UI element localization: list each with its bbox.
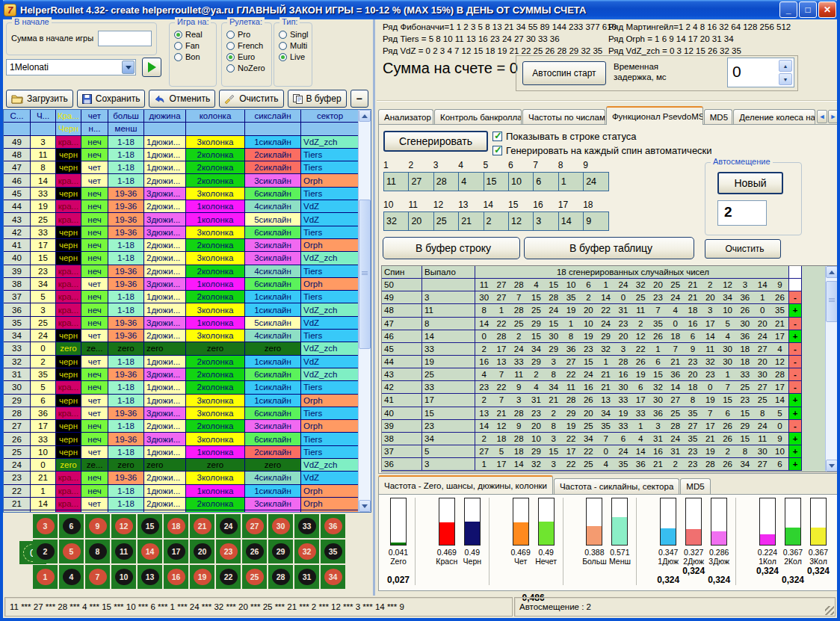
history-cell[interactable]: 44: [4, 200, 31, 213]
roulette-cell-8[interactable]: 8: [85, 540, 110, 563]
history-cell[interactable]: 34: [4, 330, 31, 342]
history-cell[interactable]: 2колонка: [186, 356, 245, 368]
scroll-down-icon[interactable]: [826, 460, 838, 472]
history-cell[interactable]: 3колонка: [186, 188, 245, 200]
spin-header-cell[interactable]: Спин: [382, 266, 422, 279]
spin-cell-result[interactable]: 17: [422, 394, 475, 407]
history-header-cell[interactable]: больш: [108, 110, 144, 123]
history-header-cell[interactable]: колонка: [186, 110, 245, 123]
generated-value-cell[interactable]: 12: [509, 212, 534, 231]
history-cell[interactable]: 1-18: [108, 252, 144, 265]
tab-scroll-right-icon[interactable]: ►: [828, 110, 839, 123]
spin-cell-numbers[interactable]: 1412920819253533132827172629240: [475, 420, 789, 433]
roulette-cell-3[interactable]: 3: [33, 514, 58, 538]
history-cell[interactable]: кра...: [56, 174, 81, 187]
roulette-cell-33[interactable]: 33: [294, 514, 319, 538]
history-cell[interactable]: чет: [81, 174, 108, 187]
history-cell[interactable]: 24: [31, 330, 56, 342]
roulette-cell-21[interactable]: 21: [190, 514, 214, 538]
history-cell[interactable]: 6сиклайн: [245, 368, 301, 381]
history-cell[interactable]: 3колонка: [186, 226, 245, 239]
history-cell[interactable]: неч: [81, 317, 108, 330]
history-cell[interactable]: 19-36: [108, 226, 144, 239]
roulette-cell-27[interactable]: 27: [242, 514, 267, 538]
spin-cell-result[interactable]: 3: [422, 291, 475, 304]
history-cell[interactable]: 2дюжи...: [144, 498, 186, 510]
history-cell[interactable]: 48: [4, 149, 31, 161]
history-cell[interactable]: кра...: [56, 510, 81, 513]
history-cell[interactable]: 29: [4, 395, 31, 407]
history-cell[interactable]: 23: [4, 472, 31, 484]
generated-value-cell[interactable]: 28: [434, 173, 459, 191]
history-cell[interactable]: 2колонка: [186, 498, 245, 510]
history-cell[interactable]: 19-36: [108, 200, 144, 213]
history-cell[interactable]: неч: [81, 188, 108, 200]
generated-value-cell[interactable]: 11: [384, 173, 409, 191]
history-cell[interactable]: 2колонка: [186, 420, 245, 433]
history-cell[interactable]: Orph: [301, 395, 359, 407]
generated-value-cell[interactable]: 4: [459, 173, 484, 191]
history-header-cell[interactable]: сикслайн: [245, 110, 301, 123]
history-cell[interactable]: 15: [31, 252, 56, 265]
history-cell[interactable]: чет: [81, 446, 108, 459]
history-header-cell[interactable]: [301, 123, 359, 135]
spin-cell-result[interactable]: [422, 279, 475, 291]
history-cell[interactable]: VdZ_zch: [301, 459, 359, 472]
history-cell[interactable]: кра...: [56, 317, 81, 330]
generated-value-cell[interactable]: 1: [559, 173, 584, 191]
spin-cell-spin[interactable]: 46: [382, 330, 422, 343]
toolbar-button-copy[interactable]: В буфер: [288, 90, 347, 108]
history-cell[interactable]: ze...: [81, 342, 108, 355]
spin-cell-spin[interactable]: 45: [382, 343, 422, 356]
history-cell[interactable]: 28: [4, 407, 31, 420]
history-cell[interactable]: кра...: [56, 303, 81, 316]
history-cell[interactable]: 3дюжи...: [144, 368, 186, 381]
tab-main-5[interactable]: Деление колеса на: [733, 109, 815, 125]
history-cell[interactable]: 3колонка: [186, 407, 245, 420]
history-cell[interactable]: 33: [31, 433, 56, 445]
history-cell[interactable]: 31: [4, 368, 31, 381]
generated-value-cell[interactable]: 21: [459, 212, 484, 231]
history-cell[interactable]: неч: [81, 368, 108, 381]
history-cell[interactable]: VdZ_zch: [301, 136, 359, 149]
history-cell[interactable]: неч: [81, 213, 108, 226]
roulette-cell-35[interactable]: 35: [321, 540, 345, 563]
history-cell[interactable]: 33: [31, 188, 56, 200]
history-cell[interactable]: 41: [4, 239, 31, 252]
spin-cell-result[interactable]: 15: [422, 407, 475, 420]
history-cell[interactable]: 1-18: [108, 498, 144, 510]
scroll-up-icon[interactable]: [359, 110, 371, 122]
copy-row-button[interactable]: В буфер строку: [383, 237, 520, 259]
history-cell[interactable]: 5сиклайн: [245, 213, 301, 226]
history-cell[interactable]: 1сиклайн: [245, 395, 301, 407]
history-cell[interactable]: 6сиклайн: [245, 226, 301, 239]
history-header-cell[interactable]: дюжина: [144, 110, 186, 123]
roulette-cell-16[interactable]: 16: [164, 565, 188, 589]
radio-icon[interactable]: [226, 42, 235, 50]
spinner-down-icon[interactable]: ▼: [779, 73, 792, 85]
history-cell[interactable]: 24: [4, 459, 31, 472]
history-cell[interactable]: Tiers: [301, 407, 359, 420]
minimize-button[interactable]: _: [779, 1, 797, 18]
history-cell[interactable]: 6сиклайн: [245, 188, 301, 200]
spin-cell-spin[interactable]: 36: [382, 458, 422, 471]
roulette-cell-31[interactable]: 31: [294, 565, 319, 589]
history-cell[interactable]: 3колонка: [186, 330, 245, 342]
history-cell[interactable]: 2колонка: [186, 381, 245, 394]
history-cell[interactable]: zero: [186, 342, 245, 355]
history-cell[interactable]: 25: [4, 446, 31, 459]
history-cell[interactable]: 1дюжи...: [144, 485, 186, 498]
history-cell[interactable]: 1-18: [108, 485, 144, 498]
history-cell[interactable]: Tiers: [301, 433, 359, 445]
radio-icon[interactable]: [174, 53, 182, 61]
radio-option-fan[interactable]: Fan: [174, 41, 216, 50]
history-cell[interactable]: 2дюжи...: [144, 420, 186, 433]
history-cell[interactable]: 19-36: [108, 330, 144, 342]
history-cell[interactable]: неч: [81, 149, 108, 161]
history-cell[interactable]: VdZ_zch: [301, 252, 359, 265]
history-cell[interactable]: 1сиклайн: [245, 485, 301, 498]
spin-cell-result[interactable]: 5: [422, 445, 475, 458]
history-cell[interactable]: 33: [4, 342, 31, 355]
history-cell[interactable]: неч: [81, 239, 108, 252]
history-cell[interactable]: 1-18: [108, 395, 144, 407]
